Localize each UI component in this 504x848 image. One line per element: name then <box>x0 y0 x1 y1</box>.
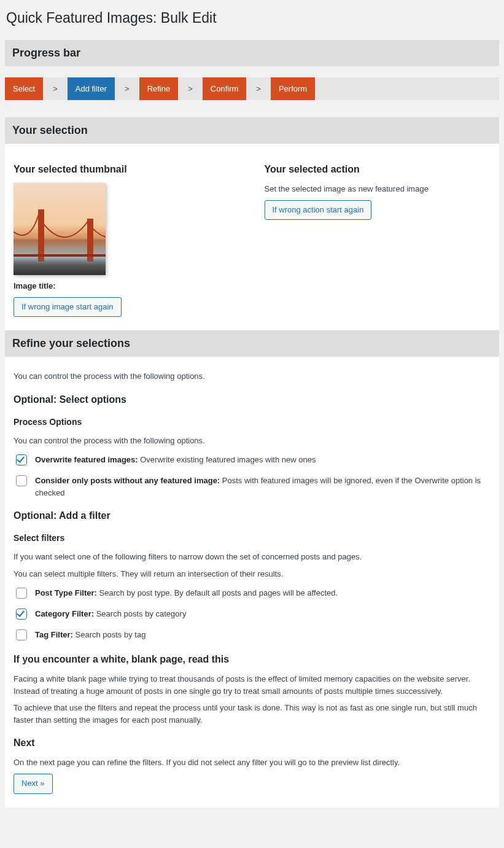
progress-step-confirm[interactable]: Confirm <box>203 77 247 101</box>
progress-separator: > <box>246 83 271 95</box>
progress-bar: Select > Add filter > Refine > Confirm >… <box>5 77 499 101</box>
progress-step-select[interactable]: Select <box>5 77 43 101</box>
selection-heading: Your selection <box>5 117 499 144</box>
selected-thumbnail-heading: Your selected thumbnail <box>14 162 240 177</box>
only-without-checkbox[interactable] <box>16 475 27 486</box>
wrong-image-button[interactable]: If wrong image start again <box>14 297 122 317</box>
next-heading: Next <box>14 736 490 750</box>
next-desc: On the next page you can refine the filt… <box>14 757 490 769</box>
next-button[interactable]: Next » <box>14 774 53 794</box>
add-filter-heading: Optional: Add a filter <box>14 508 490 523</box>
blank-page-p1: Facing a white blank page while trying t… <box>14 673 490 697</box>
progress-step-add-filter[interactable]: Add filter <box>68 77 115 101</box>
post-type-filter-label[interactable]: Post Type Filter: Search by post type. B… <box>35 587 338 599</box>
filters-intro-2: You can select multiple filters. They wi… <box>14 568 490 580</box>
category-filter-checkbox[interactable] <box>16 609 27 620</box>
tag-filter-checkbox[interactable] <box>16 629 27 640</box>
select-filters-heading: Select filters <box>14 532 490 545</box>
tag-filter-label[interactable]: Tag Filter: Search posts by tag <box>35 629 145 641</box>
filters-intro-1: If you want select one of the following … <box>14 551 490 563</box>
refine-heading: Refine your selections <box>5 330 499 357</box>
only-without-label[interactable]: Consider only posts without any featured… <box>35 475 490 499</box>
overwrite-checkbox[interactable] <box>16 454 27 465</box>
progress-separator: > <box>43 83 68 95</box>
progress-separator: > <box>115 83 139 95</box>
refine-intro: You can control the process with the fol… <box>14 370 490 383</box>
blank-page-p2: To achieve that use the filters and repe… <box>14 702 490 726</box>
process-options-intro: You can control the process with the fol… <box>14 435 490 447</box>
post-type-filter-checkbox[interactable] <box>16 588 27 599</box>
selected-thumbnail-image <box>14 183 106 275</box>
progress-heading: Progress bar <box>5 40 499 66</box>
options-heading: Optional: Select options <box>14 392 490 407</box>
selected-action-desc: Set the selected image as new featured i… <box>265 183 491 195</box>
progress-separator: > <box>178 83 203 95</box>
overwrite-label[interactable]: Overwrite featured images: Overwrite exi… <box>35 454 316 466</box>
progress-step-refine[interactable]: Refine <box>139 77 179 101</box>
progress-step-perform[interactable]: Perform <box>271 77 315 101</box>
page-title: Quick Featured Images: Bulk Edit <box>6 7 499 29</box>
blank-page-heading: If you encounter a white, blank page, re… <box>14 652 490 667</box>
process-options-heading: Process Options <box>14 416 490 429</box>
wrong-action-button[interactable]: If wrong action start again <box>265 200 372 220</box>
image-title-label: Image title: <box>14 281 56 290</box>
selected-action-heading: Your selected action <box>265 162 491 177</box>
category-filter-label[interactable]: Category Filter: Search posts by categor… <box>35 608 186 620</box>
